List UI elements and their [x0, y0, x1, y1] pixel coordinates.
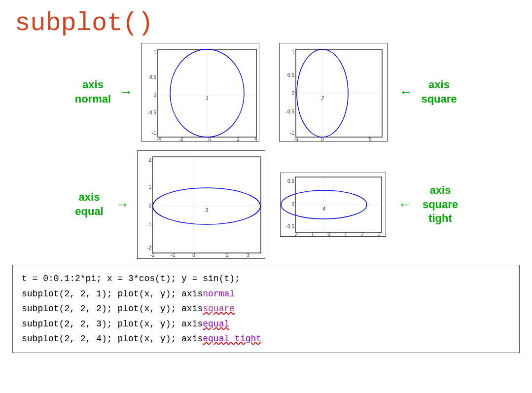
code-line-5: subplot(2, 2, 4); plot(x, y); axis equal… [22, 331, 510, 347]
arrow-left-4: ← [398, 197, 412, 213]
plot1-ymid1: 0.5 [149, 74, 156, 80]
arrow-right-1: → [119, 84, 133, 100]
arrow-right-3: → [115, 197, 129, 213]
code-keyword-square: square [203, 301, 235, 317]
code-line-4: subplot(2, 2, 3); plot(x, y); axis equal [22, 317, 510, 332]
plot4-svg: 0.5 0 -0.5 -2 -1 0 1 2 3 4 [281, 173, 387, 237]
svg-text:-1: -1 [290, 130, 294, 136]
svg-text:-0.5: -0.5 [285, 109, 294, 114]
arrow-left-2: ← [399, 84, 413, 100]
code-line-2: subplot(2, 2, 1); plot(x, y); axis norma… [22, 286, 510, 302]
plot2-svg: 1 0.5 0 -0.5 -1 -5 0 5 2 [280, 43, 388, 142]
plot1-ymin: -1 [152, 130, 156, 136]
svg-text:4: 4 [322, 206, 325, 212]
code-text-5a: subplot(2, 2, 4); plot(x, y); axis [22, 331, 203, 347]
code-keyword-equal-tight: equal tight [203, 331, 261, 347]
svg-text:2: 2 [148, 157, 151, 163]
axis-square-tight-label: axissquaretight [416, 183, 465, 226]
plot-4: 0.5 0 -0.5 -2 -1 0 1 2 3 4 [280, 173, 386, 237]
plot-3: 2 1 0 -1 -2 -2 -1 0 2 3 3 [137, 150, 265, 259]
plot-1: 1 0.5 0 -0.5 -1 -4 -2 0 2 4 1 [141, 43, 259, 142]
plot1-y0: 0 [153, 92, 156, 98]
page-title: subplot() [0, 0, 532, 38]
code-line-1: t = 0:0.1:2*pi; x = 3*cos(t); y = sin(t)… [22, 271, 510, 286]
svg-text:2: 2 [320, 96, 324, 101]
code-block: t = 0:0.1:2*pi; x = 3*cos(t); y = sin(t)… [12, 265, 520, 353]
svg-rect-24 [152, 157, 261, 253]
svg-text:-0.5: -0.5 [286, 224, 295, 229]
axis-square-label: axissquare [417, 78, 461, 106]
svg-text:0.5: 0.5 [287, 179, 294, 184]
code-text-4a: subplot(2, 2, 3); plot(x, y); axis [22, 317, 203, 332]
top-row: axisnormal → 1 0.5 0 -0.5 -1 -4 -2 0 2 4 [0, 43, 532, 142]
code-text-1: t = 0:0.1:2*pi; x = 3*cos(t); y = sin(t)… [22, 271, 240, 286]
svg-text:-1: -1 [147, 222, 151, 227]
code-text-3a: subplot(2, 2, 2); plot(x, y); axis [22, 301, 203, 317]
code-line-3: subplot(2, 2, 2); plot(x, y); axis squar… [22, 301, 510, 317]
plot1-number: 1 [206, 96, 209, 101]
svg-text:0: 0 [148, 203, 151, 209]
plot1-ymax: 1 [153, 50, 156, 55]
code-keyword-equal: equal [203, 317, 229, 332]
code-text-2a: subplot(2, 2, 1); plot(x, y); axis [22, 286, 203, 302]
svg-text:0: 0 [291, 91, 294, 96]
svg-text:-2: -2 [147, 245, 151, 250]
plot1-ymid2: -0.5 [147, 110, 156, 115]
plot-2: 1 0.5 0 -0.5 -1 -5 0 5 2 [279, 43, 388, 142]
axis-equal-label: axisequal [67, 190, 111, 218]
plot3-svg: 2 1 0 -1 -2 -2 -1 0 2 3 3 [138, 151, 266, 259]
svg-text:1: 1 [291, 50, 294, 55]
svg-text:0: 0 [291, 202, 294, 207]
plot1-svg: 1 0.5 0 -0.5 -1 -4 -2 0 2 4 1 [142, 43, 260, 142]
bottom-row: axisequal → 2 1 0 -1 -2 -2 -1 0 2 3 3 [0, 150, 532, 259]
axis-normal-label: axisnormal [71, 78, 115, 106]
svg-text:3: 3 [205, 208, 208, 213]
code-keyword-normal: normal [203, 286, 235, 302]
svg-text:1: 1 [148, 184, 151, 190]
svg-text:0.5: 0.5 [287, 72, 294, 78]
